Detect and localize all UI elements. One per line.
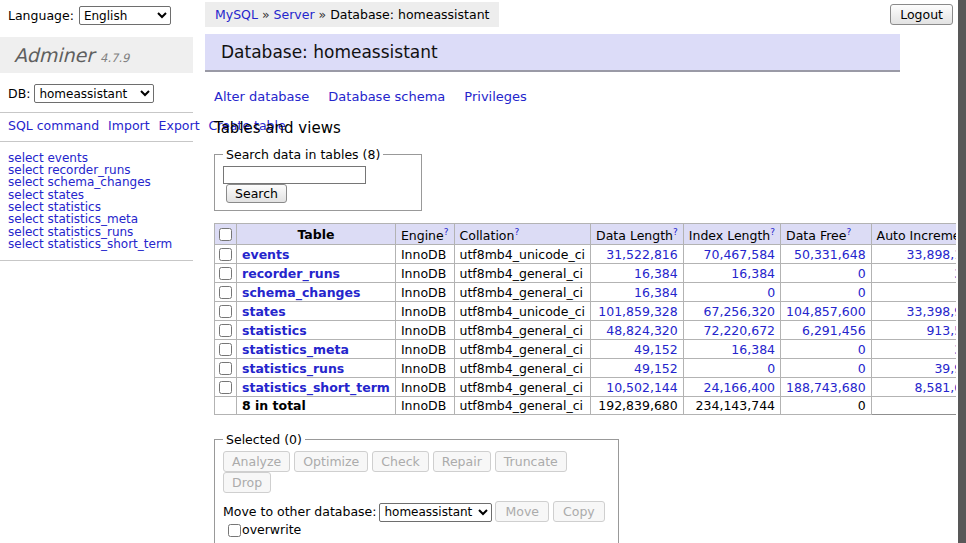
- repair-button[interactable]: Repair: [433, 451, 491, 472]
- overwrite-checkbox[interactable]: [228, 524, 241, 537]
- optimize-button[interactable]: Optimize: [294, 451, 368, 472]
- row-checkbox[interactable]: [219, 343, 232, 356]
- row-checkbox[interactable]: [219, 286, 232, 299]
- index-length-value-link[interactable]: 70,467,584: [704, 247, 776, 262]
- data-length-value-link[interactable]: 48,824,320: [606, 323, 678, 338]
- row-checkbox[interactable]: [219, 248, 232, 261]
- data-free-value-link[interactable]: 50,331,648: [794, 247, 866, 262]
- overwrite-label: overwrite: [242, 522, 301, 537]
- index-length-value-link[interactable]: 67,256,320: [704, 304, 776, 319]
- data-free-value-link[interactable]: 104,857,600: [786, 304, 866, 319]
- data-free-value-link[interactable]: 0: [858, 285, 866, 300]
- table-total-row: 8 in totalInnoDButf8mb4_general_ci192,83…: [215, 397, 966, 415]
- copy-button[interactable]: Copy: [553, 501, 605, 522]
- analyze-button[interactable]: Analyze: [223, 451, 290, 472]
- table-link-statistics-runs[interactable]: statistics_runs: [242, 361, 344, 376]
- move-button[interactable]: Move: [495, 501, 549, 522]
- row-checkbox[interactable]: [219, 267, 232, 280]
- help-link-data-length[interactable]: ?: [673, 227, 678, 237]
- help-link-data-free[interactable]: ?: [846, 227, 851, 237]
- data-length-value-link[interactable]: 31,522,816: [606, 247, 678, 262]
- select-all-header-cell: [215, 224, 237, 245]
- table-link-statistics[interactable]: statistics: [242, 323, 307, 338]
- data-length-cell: 10,502,144: [591, 378, 684, 397]
- table-name-cell: states: [237, 302, 396, 321]
- index-length-value-link[interactable]: 0: [767, 361, 775, 376]
- app-version: 4.7.9: [100, 51, 129, 65]
- table-row-statistics: statisticsInnoDButf8mb4_general_ci48,824…: [215, 321, 966, 340]
- breadcrumb-mysql-link[interactable]: MySQL: [215, 7, 258, 22]
- select-statistics-short-term-link[interactable]: select statistics_short_term: [8, 238, 185, 250]
- export-link[interactable]: Export: [159, 118, 200, 133]
- index-length-value-link[interactable]: 24,166,400: [704, 380, 776, 395]
- select-schema-changes-link[interactable]: select schema_changes: [8, 176, 185, 188]
- database-schema-link[interactable]: Database schema: [328, 89, 445, 104]
- app-logo: Adminer 4.7.9: [0, 37, 193, 73]
- select-statistics-meta-link[interactable]: select statistics_meta: [8, 213, 185, 225]
- select-all-checkbox[interactable]: [219, 228, 232, 241]
- index-length-value-link[interactable]: 16,384: [731, 342, 775, 357]
- data-length-value-link[interactable]: 49,152: [634, 361, 678, 376]
- move-db-select[interactable]: homeassistant: [379, 503, 492, 522]
- search-button[interactable]: Search: [226, 184, 287, 203]
- table-link-schema-changes[interactable]: schema_changes: [242, 285, 360, 300]
- app-name-link[interactable]: Adminer: [14, 44, 94, 66]
- data-length-value-link[interactable]: 16,384: [634, 266, 678, 281]
- select-statistics-runs-link[interactable]: select statistics_runs: [8, 226, 185, 238]
- truncate-button[interactable]: Truncate: [495, 451, 567, 472]
- collation-cell: utf8mb4_general_ci: [454, 264, 591, 283]
- table-link-states[interactable]: states: [242, 304, 286, 319]
- data-free-value-link[interactable]: 0: [858, 361, 866, 376]
- table-link-statistics-short-term[interactable]: statistics_short_term: [242, 380, 390, 395]
- table-link-events[interactable]: events: [242, 247, 289, 262]
- table-link-statistics-meta[interactable]: statistics_meta: [242, 342, 349, 357]
- data-free-value-link[interactable]: 0: [858, 266, 866, 281]
- row-checkbox-cell: [215, 283, 237, 302]
- table-name-cell: recorder_runs: [237, 264, 396, 283]
- alter-database-link[interactable]: Alter database: [214, 89, 309, 104]
- data-free-cell: 104,857,600: [781, 302, 872, 321]
- row-checkbox[interactable]: [219, 324, 232, 337]
- data-length-value-link[interactable]: 10,502,144: [606, 380, 678, 395]
- index-length-value-link[interactable]: 72,220,672: [704, 323, 776, 338]
- index-length-value-link[interactable]: 0: [767, 285, 775, 300]
- search-input[interactable]: [223, 166, 366, 184]
- data-length-value-link[interactable]: 16,384: [634, 285, 678, 300]
- logout-button[interactable]: Logout: [890, 4, 953, 25]
- breadcrumb: MySQL » Server » Database: homeassistant: [205, 2, 499, 27]
- index-length-cell: 16,384: [683, 264, 780, 283]
- sql-command-link[interactable]: SQL command: [8, 118, 99, 133]
- help-link-collation[interactable]: ?: [514, 227, 519, 237]
- vertical-scrollbar[interactable]: [956, 0, 966, 543]
- column-header-engine: Engine?: [395, 224, 454, 245]
- data-length-value-link[interactable]: 49,152: [634, 342, 678, 357]
- row-checkbox[interactable]: [219, 362, 232, 375]
- data-free-value-link[interactable]: 0: [858, 342, 866, 357]
- table-link-recorder-runs[interactable]: recorder_runs: [242, 266, 340, 281]
- import-link[interactable]: Import: [108, 118, 150, 133]
- data-length-cell: 16,384: [591, 264, 684, 283]
- breadcrumb-server-link[interactable]: Server: [274, 7, 315, 22]
- data-length-value-link[interactable]: 101,859,328: [598, 304, 678, 319]
- engine-cell: InnoDB: [395, 283, 454, 302]
- sidebar: Language:English Adminer 4.7.9 DB:homeas…: [0, 0, 193, 261]
- privileges-link[interactable]: Privileges: [464, 89, 527, 104]
- engine-cell: InnoDB: [395, 359, 454, 378]
- table-name-cell: events: [237, 245, 396, 264]
- auto-increment-cell: 378: [871, 264, 966, 283]
- table-row-statistics-short-term: statistics_short_termInnoDButf8mb4_gener…: [215, 378, 966, 397]
- check-button[interactable]: Check: [372, 451, 428, 472]
- drop-button[interactable]: Drop: [223, 472, 271, 493]
- row-checkbox[interactable]: [219, 381, 232, 394]
- help-link-index-length[interactable]: ?: [770, 227, 775, 237]
- db-select[interactable]: homeassistant: [34, 84, 154, 103]
- language-row: Language:English: [0, 0, 193, 25]
- data-free-value-link[interactable]: 188,743,680: [786, 380, 866, 395]
- index-length-value-link[interactable]: 16,384: [731, 266, 775, 281]
- overwrite-option: overwrite: [227, 522, 301, 537]
- data-free-value-link[interactable]: 6,291,456: [802, 323, 866, 338]
- language-select[interactable]: English: [79, 6, 171, 25]
- row-checkbox[interactable]: [219, 305, 232, 318]
- db-label: DB:: [8, 86, 30, 101]
- help-link-engine[interactable]: ?: [444, 227, 449, 237]
